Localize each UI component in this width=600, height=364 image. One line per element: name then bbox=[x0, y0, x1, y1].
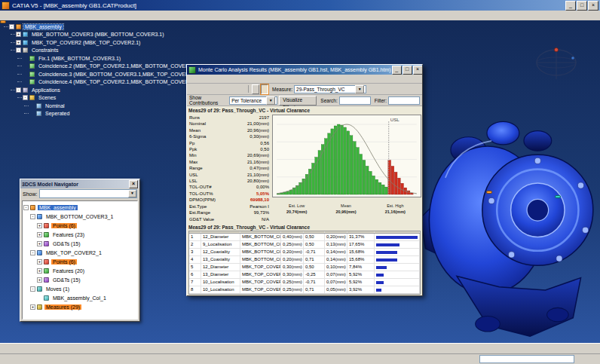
nav-next-icon[interactable] bbox=[223, 84, 234, 94]
tree-expander-icon[interactable]: - bbox=[30, 286, 35, 292]
navigator-tree-item[interactable]: - MBK_assembly bbox=[23, 203, 137, 212]
swap-space-icon[interactable] bbox=[139, 344, 148, 353]
chevron-down-icon[interactable]: ▼ bbox=[355, 85, 364, 93]
table-row[interactable]: 7 10_Localisation MBK_TOP_COVER2_ 0,25(m… bbox=[189, 279, 420, 286]
table-row[interactable]: 8 10_Localisation MBK_TOP_COVER2_ 0,25(m… bbox=[189, 286, 420, 294]
dialog-close-button[interactable]: × bbox=[413, 66, 422, 75]
tree-item[interactable]: Coincidence.4 (MBK_TOP_COVER2.1,MBK_BOTT… bbox=[3, 78, 200, 87]
tree-item[interactable]: Coincidence.3 (MBK_BOTTOM_COVER3.1,MBK_T… bbox=[3, 70, 200, 78]
nav-prev-icon[interactable] bbox=[212, 84, 222, 94]
tree-expander-icon[interactable]: - bbox=[23, 95, 28, 100]
tree-item[interactable]: + MBK_TOP_COVER2 (MBK_TOP_COVER2.1) bbox=[3, 38, 200, 47]
tree-expander-icon[interactable]: - bbox=[16, 87, 21, 93]
next-doc-icon[interactable] bbox=[14, 355, 24, 364]
navigator-tree-item[interactable]: + GD&Ts (15) bbox=[23, 239, 137, 248]
tree-expander-icon[interactable]: + bbox=[37, 232, 42, 237]
tree-expander-icon[interactable]: - bbox=[30, 214, 35, 219]
table-row[interactable]: 2 9_Localisation MBK_BOTTOM_COVE 0,25(mm… bbox=[189, 241, 420, 249]
nav-last-icon[interactable] bbox=[234, 84, 245, 94]
measure-dropdown[interactable]: 29-Pass_Through_VC ▼ bbox=[294, 85, 366, 93]
tree-expander-icon[interactable]: + bbox=[16, 40, 21, 45]
navigator-tree-item[interactable]: - MBK_TOP_COVER2_1 bbox=[23, 248, 137, 257]
navigator-tree-item[interactable]: - Moves (1) bbox=[23, 284, 137, 293]
tree-item[interactable]: Seperated bbox=[3, 110, 200, 118]
column-header[interactable] bbox=[325, 231, 347, 233]
navigator-tree-item[interactable]: + GD&Ts (15) bbox=[23, 275, 137, 284]
expand-icon[interactable] bbox=[587, 355, 597, 364]
snap-icon[interactable] bbox=[173, 344, 182, 353]
navigator-tree-item[interactable]: - MBK_BOTTOM_COVER3_1 bbox=[23, 212, 137, 221]
control-tag[interactable] bbox=[486, 191, 492, 194]
column-header[interactable] bbox=[240, 231, 281, 233]
tree-item[interactable]: - MBK_assembly bbox=[3, 23, 200, 31]
wireframe-icon[interactable] bbox=[116, 344, 126, 353]
column-header[interactable] bbox=[304, 231, 325, 233]
grid-icon[interactable] bbox=[195, 344, 205, 353]
tree-item[interactable]: Fix.1 (MBK_BOTTOM_COVER3.1) bbox=[3, 54, 200, 63]
zoom-out-icon[interactable] bbox=[60, 344, 69, 353]
tree-expander-icon[interactable]: - bbox=[9, 24, 14, 29]
navigator-tree-item[interactable]: + Points (6) bbox=[23, 221, 137, 230]
graph-tree-icon[interactable] bbox=[150, 344, 160, 353]
contributions-dropdown[interactable]: Per Tolerance ▼ bbox=[229, 96, 277, 105]
show-min-button[interactable] bbox=[261, 84, 268, 94]
multi-view-icon[interactable] bbox=[82, 344, 92, 353]
shading-icon[interactable] bbox=[105, 344, 115, 353]
column-header[interactable] bbox=[281, 231, 304, 233]
close-button[interactable]: × bbox=[588, 1, 598, 11]
settings-icon[interactable] bbox=[184, 344, 194, 353]
pass-through-tag[interactable] bbox=[555, 195, 561, 198]
tree-expander-icon[interactable]: + bbox=[37, 241, 42, 246]
tree-item[interactable]: Nominal bbox=[3, 102, 200, 110]
chevron-down-icon[interactable]: ▼ bbox=[128, 190, 136, 197]
prev-doc-icon[interactable] bbox=[3, 355, 13, 364]
table-row[interactable]: 4 13_Coaxiality MBK_BOTTOM_COVE 0,20(mm)… bbox=[189, 256, 420, 264]
navigator-tree-item[interactable]: + Measures (29) bbox=[23, 302, 137, 311]
pan-icon[interactable] bbox=[26, 344, 35, 353]
measure-icon[interactable] bbox=[161, 344, 171, 353]
tree-expander-icon[interactable]: + bbox=[37, 277, 42, 283]
table-row[interactable]: 5 12_Diameter MBK_TOP_COVER2_ 0,30(mm) 0… bbox=[189, 264, 420, 271]
column-header[interactable] bbox=[201, 231, 240, 233]
navigator-close-button[interactable]: × bbox=[129, 180, 138, 188]
tree-item[interactable]: - Applications bbox=[3, 86, 200, 94]
filter-input[interactable] bbox=[388, 96, 420, 105]
3d-model-pump-assembly[interactable] bbox=[415, 92, 599, 344]
show-mc-button[interactable] bbox=[252, 84, 259, 94]
pencil-icon[interactable] bbox=[576, 355, 586, 364]
power-input-field[interactable] bbox=[479, 355, 574, 363]
nav-first-icon[interactable] bbox=[201, 84, 211, 94]
table-row[interactable]: 1 12_Diameter MBK_BOTTOM_COVE 0,40(mm) 0… bbox=[189, 234, 420, 241]
view-compass[interactable] bbox=[528, 43, 580, 84]
tree-item[interactable]: + MBK_BOTTOM_COVER3 (MBK_BOTTOM_COVER3.1… bbox=[3, 31, 200, 39]
tree-item[interactable]: - Constraints bbox=[3, 47, 200, 55]
tree-expander-icon[interactable]: - bbox=[16, 47, 21, 53]
tree-item[interactable]: - Scenes bbox=[3, 94, 200, 102]
tree-expander-icon[interactable]: + bbox=[30, 304, 35, 310]
fly-mode-icon[interactable] bbox=[3, 344, 13, 353]
column-header[interactable] bbox=[375, 231, 420, 233]
tree-item[interactable]: Coincidence.2 (MBK_TOP_COVER2.1,MBK_BOTT… bbox=[3, 63, 200, 71]
tree-expander-icon[interactable]: + bbox=[37, 223, 42, 228]
visualize-effect-button[interactable]: Visualize Effect bbox=[279, 96, 317, 106]
hide-show-icon[interactable] bbox=[127, 344, 137, 353]
tree-expander-icon[interactable]: + bbox=[16, 32, 21, 37]
column-header[interactable] bbox=[347, 231, 375, 233]
maximize-button[interactable]: □ bbox=[577, 1, 587, 11]
column-header[interactable] bbox=[189, 231, 201, 233]
show-filter-dropdown[interactable]: ▼ bbox=[39, 189, 137, 198]
dialog-maximize-button[interactable]: □ bbox=[403, 66, 412, 75]
tree-expander-icon[interactable]: - bbox=[30, 250, 35, 255]
chevron-down-icon[interactable]: ▼ bbox=[266, 96, 275, 105]
table-row[interactable]: 3 12_Coaxiality MBK_BOTTOM_COVE 0,20(mm)… bbox=[189, 249, 420, 256]
tree-expander-icon[interactable]: + bbox=[37, 268, 42, 274]
tree-expander-icon[interactable]: - bbox=[23, 205, 29, 210]
tree-expander-icon[interactable]: + bbox=[37, 259, 42, 265]
normal-view-icon[interactable] bbox=[71, 344, 81, 353]
navigator-tree-item[interactable]: MBK_assembly_Col_1 bbox=[23, 293, 137, 302]
navigator-tree-item[interactable]: + Points (6) bbox=[23, 257, 137, 266]
zoom-in-icon[interactable] bbox=[48, 344, 58, 353]
table-row[interactable]: 6 13_Diameter MBK_TOP_COVER2_ 0,30(mm) -… bbox=[189, 271, 420, 279]
fit-all-icon[interactable] bbox=[14, 344, 24, 353]
search-input[interactable] bbox=[339, 96, 371, 105]
